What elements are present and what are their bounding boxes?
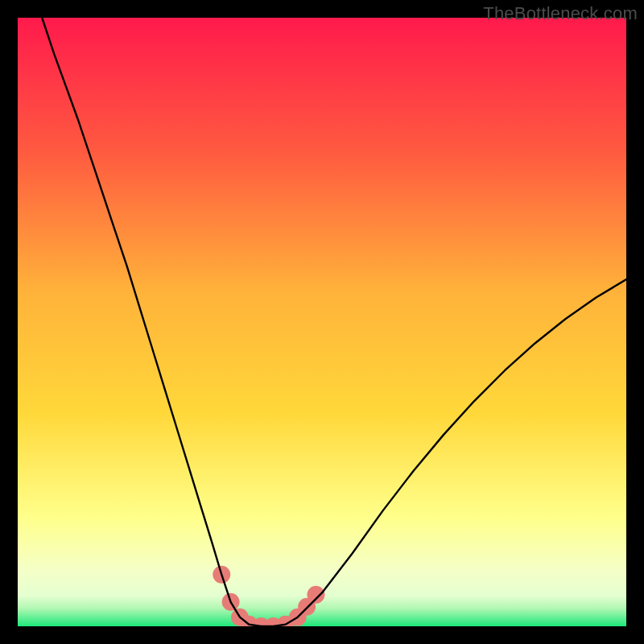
watermark-text: TheBottleneck.com [483, 3, 638, 24]
chart-svg [18, 18, 626, 626]
chart-frame [18, 18, 626, 626]
gradient-background [18, 18, 626, 626]
curve-marker [307, 586, 324, 604]
